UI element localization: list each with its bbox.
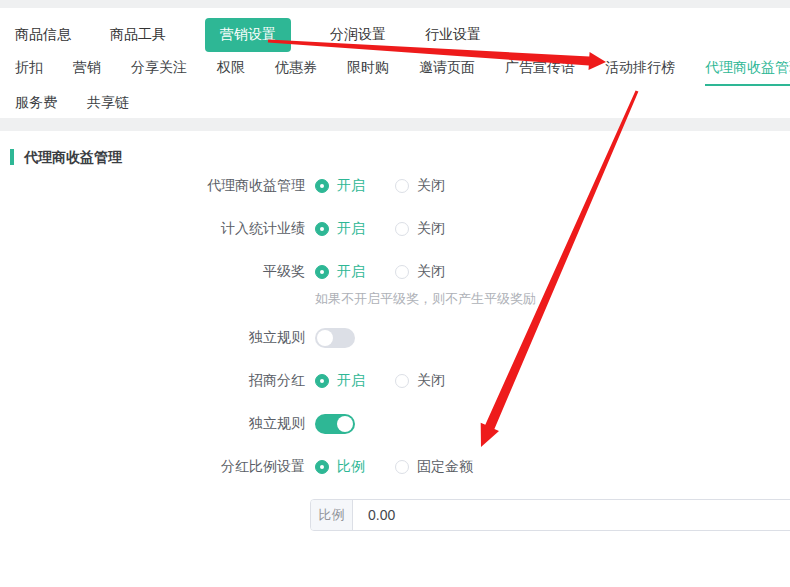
radio-agent-revenue-on[interactable]: 开启: [315, 177, 365, 195]
navigation-panel: 商品信息 商品工具 营销设置 分润设置 行业设置 折扣 营销 分享关注 权限 优…: [0, 8, 790, 118]
sub-tab-bar-row2: 服务费 共享链: [15, 94, 790, 116]
radio-peer-award-off[interactable]: 关闭: [395, 263, 445, 281]
subtab-share-follow[interactable]: 分享关注: [131, 59, 187, 84]
subtab-marketing[interactable]: 营销: [73, 59, 101, 84]
ratio-input-group: 比例: [310, 499, 790, 531]
form-row-dividend-ratio: 分红比例设置 比例 固定金额: [10, 456, 790, 478]
agent-revenue-form: 代理商收益管理 开启 关闭 计入统计业绩 开启: [10, 175, 790, 531]
radio-ratio[interactable]: 比例: [315, 458, 365, 476]
field-label: 招商分红: [10, 372, 305, 390]
radio-unchecked-icon: [395, 460, 409, 474]
peer-award-helper-text: 如果不开启平级奖，则不产生平级奖励: [315, 291, 790, 307]
form-row-agent-revenue: 代理商收益管理 开启 关闭: [10, 175, 790, 197]
field-label: 平级奖: [10, 263, 305, 281]
independent-rule-toggle-off[interactable]: [315, 328, 355, 348]
subtab-flash-sale[interactable]: 限时购: [347, 59, 389, 84]
field-label: 计入统计业绩: [10, 220, 305, 238]
radio-merchant-dividend-on[interactable]: 开启: [315, 372, 365, 390]
section-title: 代理商收益管理: [10, 149, 790, 165]
radio-fixed-amount[interactable]: 固定金额: [395, 458, 473, 476]
radio-checked-icon: [315, 222, 329, 236]
form-row-peer-award: 平级奖 开启 关闭: [10, 261, 790, 283]
radio-count-statistics-on[interactable]: 开启: [315, 220, 365, 238]
radio-merchant-dividend-off[interactable]: 关闭: [395, 372, 445, 390]
radio-count-statistics-off[interactable]: 关闭: [395, 220, 445, 238]
subtab-agent-revenue-management[interactable]: 代理商收益管理: [705, 59, 790, 86]
tab-marketing-settings[interactable]: 营销设置: [205, 18, 291, 52]
tab-product-info[interactable]: 商品信息: [15, 26, 71, 44]
ratio-input[interactable]: [353, 500, 790, 530]
form-row-count-statistics: 计入统计业绩 开启 关闭: [10, 218, 790, 240]
toggle-knob: [337, 416, 353, 432]
form-row-independent-rule-2: 独立规则: [10, 413, 790, 435]
sub-tab-bar-row1: 折扣 营销 分享关注 权限 优惠券 限时购 邀请页面 广告宣传语 活动排行榜 代…: [15, 59, 790, 85]
radio-checked-icon: [315, 179, 329, 193]
independent-rule-toggle-on[interactable]: [315, 414, 355, 434]
radio-unchecked-icon: [395, 179, 409, 193]
ratio-input-prefix: 比例: [311, 500, 353, 530]
subtab-invite-page[interactable]: 邀请页面: [419, 59, 475, 84]
subtab-ad-slogan[interactable]: 广告宣传语: [505, 59, 575, 84]
tab-product-tools[interactable]: 商品工具: [110, 26, 166, 44]
subtab-coupon[interactable]: 优惠券: [275, 59, 317, 84]
form-row-merchant-dividend: 招商分红 开启 关闭: [10, 370, 790, 392]
field-label: 独立规则: [10, 329, 305, 347]
radio-unchecked-icon: [395, 222, 409, 236]
radio-unchecked-icon: [395, 374, 409, 388]
radio-unchecked-icon: [395, 265, 409, 279]
radio-agent-revenue-off[interactable]: 关闭: [395, 177, 445, 195]
radio-checked-icon: [315, 374, 329, 388]
field-label: 分红比例设置: [10, 458, 305, 476]
subtab-activity-ranking[interactable]: 活动排行榜: [605, 59, 675, 84]
subtab-discount[interactable]: 折扣: [15, 59, 43, 84]
radio-checked-icon: [315, 460, 329, 474]
settings-panel: 代理商收益管理 代理商收益管理 开启 关闭 计入统计业绩 开启: [0, 131, 790, 587]
tab-profit-settings[interactable]: 分润设置: [330, 26, 386, 44]
toggle-knob: [317, 330, 333, 346]
subtab-shared-chain[interactable]: 共享链: [87, 94, 129, 119]
field-label: 独立规则: [10, 415, 305, 433]
tab-industry-settings[interactable]: 行业设置: [425, 26, 481, 44]
field-label: 代理商收益管理: [10, 177, 305, 195]
form-row-independent-rule-1: 独立规则: [10, 327, 790, 349]
subtab-permission[interactable]: 权限: [217, 59, 245, 84]
radio-checked-icon: [315, 265, 329, 279]
subtab-service-fee[interactable]: 服务费: [15, 94, 57, 119]
top-tab-bar: 商品信息 商品工具 营销设置 分润设置 行业设置: [15, 16, 790, 54]
radio-peer-award-on[interactable]: 开启: [315, 263, 365, 281]
